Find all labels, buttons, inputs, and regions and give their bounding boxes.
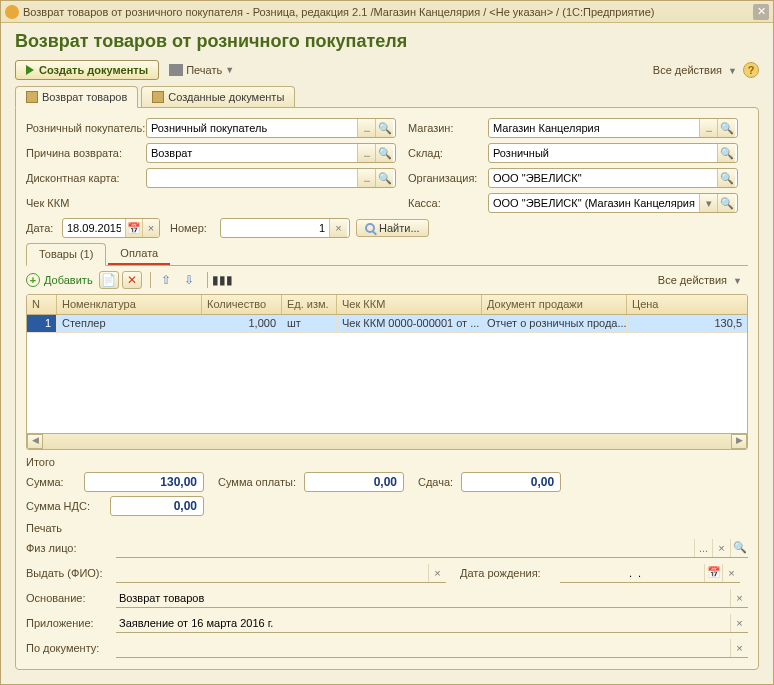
col-unit[interactable]: Ед. изм. — [282, 295, 337, 314]
select-icon[interactable]: ... — [694, 539, 712, 557]
number-input[interactable] — [221, 219, 329, 237]
clear-icon[interactable]: × — [428, 564, 446, 582]
delete-button[interactable]: ✕ — [122, 271, 142, 289]
close-icon[interactable]: ✕ — [753, 4, 769, 20]
move-down-button[interactable]: ⇩ — [179, 271, 199, 289]
search-icon[interactable]: 🔍 — [375, 169, 393, 187]
sum-input[interactable] — [84, 472, 204, 492]
clear-icon[interactable]: × — [730, 639, 748, 657]
add-label: Добавить — [44, 274, 93, 286]
app-logo-icon — [5, 5, 19, 19]
issue-to-input[interactable] — [116, 565, 428, 581]
printer-icon — [169, 64, 183, 76]
move-up-button[interactable]: ⇧ — [156, 271, 176, 289]
individual-label: Физ лицо: — [26, 542, 116, 554]
copy-button[interactable]: 📄 — [99, 271, 119, 289]
basis-label: Основание: — [26, 592, 116, 604]
search-icon[interactable]: 🔍 — [375, 119, 393, 137]
select-icon[interactable]: ... — [357, 119, 375, 137]
warehouse-input[interactable] — [489, 144, 717, 162]
search-icon[interactable]: 🔍 — [375, 144, 393, 162]
col-kkm[interactable]: Чек ККМ — [337, 295, 482, 314]
scroll-right-icon[interactable]: ▶ — [731, 434, 747, 449]
calendar-icon[interactable]: 📅 — [125, 219, 142, 237]
clear-icon[interactable]: × — [142, 219, 159, 237]
col-price[interactable]: Цена — [627, 295, 747, 314]
clear-icon[interactable]: × — [730, 589, 748, 607]
date-label: Дата: — [26, 222, 62, 234]
all-actions-button[interactable]: Все действия ▼ — [653, 64, 737, 76]
tab-created-docs-label: Созданные документы — [168, 91, 284, 103]
search-icon[interactable]: 🔍 — [717, 119, 735, 137]
org-label: Организация: — [408, 172, 488, 184]
clear-icon[interactable]: × — [722, 564, 740, 582]
col-sale-doc[interactable]: Документ продажи — [482, 295, 627, 314]
payment-sum-input[interactable] — [304, 472, 404, 492]
tab-payment[interactable]: Оплата — [108, 243, 170, 265]
retail-customer-input[interactable] — [147, 119, 357, 137]
cell-sale-doc: Отчет о розничных прода... — [482, 315, 627, 332]
org-input[interactable] — [489, 169, 717, 187]
document-icon — [152, 91, 164, 103]
clear-icon[interactable]: × — [712, 539, 730, 557]
reason-input[interactable] — [147, 144, 357, 162]
help-icon[interactable]: ? — [743, 62, 759, 78]
col-nomenclature[interactable]: Номенклатура — [57, 295, 202, 314]
cell-qty: 1,000 — [202, 315, 282, 332]
select-icon[interactable]: ... — [357, 144, 375, 162]
print-button[interactable]: Печать ▼ — [169, 64, 234, 76]
select-icon[interactable]: ... — [699, 119, 717, 137]
tab-return-goods-label: Возврат товаров — [42, 91, 127, 103]
vat-label: Сумма НДС: — [26, 500, 102, 512]
search-icon[interactable]: 🔍 — [730, 539, 748, 557]
col-n[interactable]: N — [27, 295, 57, 314]
clear-icon[interactable]: × — [329, 219, 347, 237]
store-input[interactable] — [489, 119, 699, 137]
chevron-down-icon[interactable]: ▾ — [699, 194, 717, 212]
search-icon — [365, 223, 375, 233]
basis-input[interactable] — [116, 590, 730, 606]
plus-icon: + — [26, 273, 40, 287]
find-button[interactable]: Найти... — [356, 219, 429, 237]
create-documents-label: Создать документы — [39, 64, 148, 76]
individual-input[interactable] — [116, 540, 694, 556]
tab-goods[interactable]: Товары (1) — [26, 243, 106, 266]
clear-icon[interactable]: × — [730, 614, 748, 632]
calendar-icon[interactable]: 📅 — [704, 564, 722, 582]
by-doc-input[interactable] — [116, 640, 730, 656]
cell-n: 1 — [27, 315, 57, 332]
attachment-input[interactable] — [116, 615, 730, 631]
cashdesk-input[interactable] — [489, 194, 699, 212]
all-actions-label: Все действия — [658, 274, 727, 286]
dob-input[interactable] — [560, 565, 704, 581]
discount-card-label: Дисконтная карта: — [26, 172, 146, 184]
search-icon[interactable]: 🔍 — [717, 169, 735, 187]
barcode-button[interactable]: ▮▮▮ — [213, 271, 233, 289]
vat-input[interactable] — [110, 496, 204, 516]
table-empty-area — [27, 333, 747, 433]
all-actions-button[interactable]: Все действия ▼ — [658, 274, 742, 286]
cell-nomenclature: Степлер — [57, 315, 202, 332]
change-input[interactable] — [461, 472, 561, 492]
search-icon[interactable]: 🔍 — [717, 194, 735, 212]
create-documents-button[interactable]: Создать документы — [15, 60, 159, 80]
search-icon[interactable]: 🔍 — [717, 144, 735, 162]
col-qty[interactable]: Количество — [202, 295, 282, 314]
cell-price: 130,5 — [627, 315, 747, 332]
select-icon[interactable]: ... — [357, 169, 375, 187]
scroll-left-icon[interactable]: ◀ — [27, 434, 43, 449]
scrollbar-track[interactable] — [43, 434, 731, 449]
date-input[interactable] — [63, 219, 125, 237]
print-section-label: Печать — [26, 522, 748, 534]
issue-to-label: Выдать (ФИО): — [26, 567, 116, 579]
discount-card-input[interactable] — [147, 169, 357, 187]
by-doc-label: По документу: — [26, 642, 116, 654]
tab-goods-label: Товары (1) — [39, 248, 93, 260]
cell-kkm: Чек ККМ 0000-000001 от ... — [337, 315, 482, 332]
table-row[interactable]: 1 Степлер 1,000 шт Чек ККМ 0000-000001 о… — [27, 315, 747, 333]
add-button[interactable]: + Добавить — [26, 273, 93, 287]
totals-label: Итого — [26, 456, 748, 468]
tab-created-docs[interactable]: Созданные документы — [141, 86, 295, 107]
tab-return-goods[interactable]: Возврат товаров — [15, 86, 138, 108]
number-label: Номер: — [170, 222, 220, 234]
